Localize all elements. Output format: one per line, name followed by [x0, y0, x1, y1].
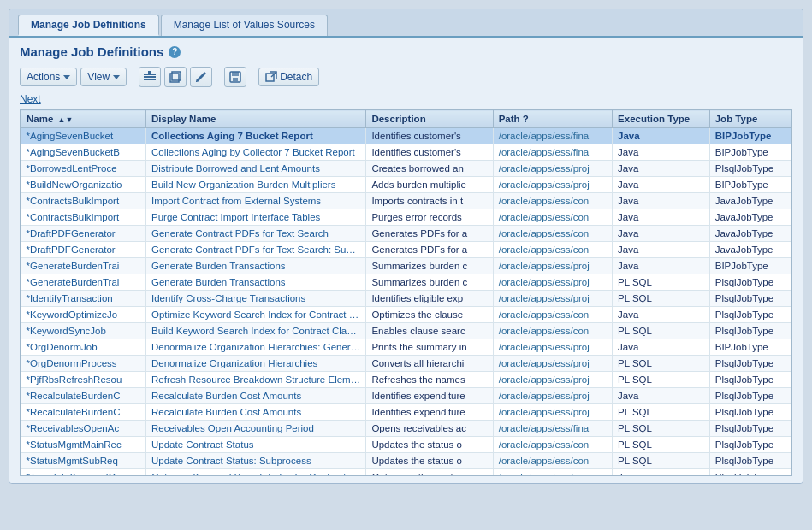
save-icon — [228, 70, 242, 84]
cell-0: *IdentifyTransaction — [21, 291, 146, 307]
cell-3: /oracle/apps/ess/con — [493, 242, 612, 258]
table-row[interactable]: *GenerateBurdenTraiGenerate Burden Trans… — [21, 258, 791, 274]
cell-3: /oracle/apps/ess/proj — [493, 339, 612, 356]
table-row[interactable]: *OrgDenormProcessDenormalize Organizatio… — [21, 356, 791, 372]
table-row[interactable]: *ReceivablesOpenAcReceivables Open Accou… — [21, 421, 791, 437]
table-row[interactable]: *KeywordSyncJobBuild Keyword Search Inde… — [21, 323, 791, 339]
table-row[interactable]: *RecalculateBurdenCRecalculate Burden Co… — [21, 388, 791, 404]
edit-button[interactable] — [190, 67, 212, 87]
cell-4: PL SQL — [613, 404, 710, 421]
table-row[interactable]: *AgingSevenBucketBCollections Aging by C… — [21, 144, 791, 161]
detach-label: Detach — [280, 71, 312, 83]
cell-0: *StatusMgmtMainRec — [21, 437, 146, 453]
cell-1: Generate Burden Transactions — [146, 258, 366, 274]
cell-0: *BorrowedLentProce — [21, 161, 146, 177]
cell-5: BIPJobType — [709, 128, 791, 144]
cell-0: *StatusMgmtSubReq — [21, 453, 146, 469]
add-row-icon — [143, 70, 157, 84]
table-row[interactable]: *StatusMgmtMainRecUpdate Contract Status… — [21, 437, 791, 453]
cell-2: Updates the status o — [366, 437, 493, 453]
col-header-execution-type[interactable]: Execution Type — [613, 110, 710, 128]
cell-2: Prints the summary in — [366, 339, 493, 356]
table-row[interactable]: *OrgDenormJobDenormalize Organization Hi… — [21, 339, 791, 356]
col-header-display-name[interactable]: Display Name — [146, 110, 366, 128]
cell-0: *OrgDenormJob — [21, 339, 146, 356]
cell-0: *DraftPDFGenerator — [21, 226, 146, 242]
cell-5: JavaJobType — [709, 209, 791, 226]
cell-4: PL SQL — [613, 323, 710, 339]
cell-0: *BuildNewOrganizatio — [21, 177, 146, 193]
tab-manage-lov-sources[interactable]: Manage List of Values Sources — [161, 15, 328, 36]
cell-1: Distribute Borrowed and Lent Amounts — [146, 161, 366, 177]
cell-3: /oracle/apps/ess/proj — [493, 274, 612, 291]
cell-2: Summarizes burden c — [366, 274, 493, 291]
cell-5: JavaJobType — [709, 193, 791, 209]
cell-4: Java — [613, 161, 710, 177]
cell-2: Identifies expenditure — [366, 388, 493, 404]
cell-0: *OrgDenormProcess — [21, 356, 146, 372]
cell-2: Identifies eligible exp — [366, 291, 493, 307]
save-button[interactable] — [224, 67, 246, 87]
table-row[interactable]: *ContractsBulkImportImport Contract from… — [21, 193, 791, 209]
col-header-path[interactable]: Path ? — [493, 110, 612, 128]
cell-4: Java — [613, 177, 710, 193]
cell-3: /oracle/apps/ess/con — [493, 209, 612, 226]
col-header-job-type[interactable]: Job Type — [709, 110, 791, 128]
cell-4: Java — [613, 388, 710, 404]
cell-2: Imports contracts in t — [366, 193, 493, 209]
table-row[interactable]: *TemplateKeywordOOptimize Keyword Search… — [21, 469, 791, 477]
page-title: Manage Job Definitions — [20, 44, 163, 59]
cell-5: PlsqlJobType — [709, 307, 791, 323]
table-row[interactable]: *PjfRbsRefreshResouRefresh Resource Brea… — [21, 372, 791, 388]
cell-4: Java — [613, 226, 710, 242]
cell-1: Collections Aging by Collector 7 Bucket … — [146, 144, 366, 161]
cell-1: Recalculate Burden Cost Amounts — [146, 404, 366, 421]
table-row[interactable]: *ContractsBulkImportPurge Contract Impor… — [21, 209, 791, 226]
cell-3: /oracle/apps/ess/con — [493, 469, 612, 477]
table-row[interactable]: *DraftPDFGeneratorGenerate Contract PDFs… — [21, 226, 791, 242]
duplicate-icon — [169, 70, 182, 84]
view-button[interactable]: View — [80, 68, 127, 86]
cell-3: /oracle/apps/ess/proj — [493, 258, 612, 274]
col-header-description[interactable]: Description — [366, 110, 493, 128]
help-icon[interactable]: ? — [169, 46, 181, 58]
cell-5: PlsqlJobType — [709, 372, 791, 388]
col-header-name[interactable]: Name ▲▼ — [21, 110, 146, 128]
table-row[interactable]: *RecalculateBurdenCRecalculate Burden Co… — [21, 404, 791, 421]
cell-5: BIPJobType — [709, 177, 791, 193]
table-row[interactable]: *AgingSevenBucketCollections Aging 7 Buc… — [21, 128, 791, 144]
cell-4: Java — [613, 307, 710, 323]
table-row[interactable]: *KeywordOptimizeJoOptimize Keyword Searc… — [21, 307, 791, 323]
add-row-button[interactable] — [139, 67, 161, 87]
cell-3: /oracle/apps/ess/fina — [493, 128, 612, 144]
table-row[interactable]: *BorrowedLentProceDistribute Borrowed an… — [21, 161, 791, 177]
duplicate-button[interactable] — [164, 67, 187, 87]
cell-1: Generate Contract PDFs for Text Search — [146, 226, 366, 242]
table-row[interactable]: *DraftPDFGeneratorGenerate Contract PDFs… — [21, 242, 791, 258]
cell-4: Java — [613, 193, 710, 209]
cell-2: Identifies expenditure — [366, 404, 493, 421]
cell-0: *KeywordOptimizeJo — [21, 307, 146, 323]
cell-2: Adds burden multiplie — [366, 177, 493, 193]
table-row[interactable]: *BuildNewOrganizatioBuild New Organizati… — [21, 177, 791, 193]
cell-2: Generates PDFs for a — [366, 226, 493, 242]
cell-2: Opens receivables ac — [366, 421, 493, 437]
cell-4: PL SQL — [613, 274, 710, 291]
actions-button[interactable]: Actions — [20, 68, 77, 86]
table-row[interactable]: *IdentifyTransactionIdentify Cross-Charg… — [21, 291, 791, 307]
cell-5: PlsqlJobType — [709, 421, 791, 437]
cell-2: Summarizes burden c — [366, 258, 493, 274]
table-row[interactable]: *GenerateBurdenTraiGenerate Burden Trans… — [21, 274, 791, 291]
cell-0: *ReceivablesOpenAc — [21, 421, 146, 437]
detach-button[interactable]: Detach — [258, 68, 319, 86]
cell-1: Collections Aging 7 Bucket Report — [146, 128, 366, 144]
tab-manage-job-defs[interactable]: Manage Job Definitions — [18, 15, 159, 36]
svg-rect-0 — [144, 74, 156, 75]
cell-5: PlsqlJobType — [709, 356, 791, 372]
table-row[interactable]: *StatusMgmtSubReqUpdate Contract Status:… — [21, 453, 791, 469]
cell-3: /oracle/apps/ess/con — [493, 193, 612, 209]
svg-rect-3 — [148, 71, 151, 74]
tabs-bar: Manage Job Definitions Manage List of Va… — [9, 9, 803, 38]
next-link[interactable]: Next — [20, 93, 41, 105]
cell-1: Receivables Open Accounting Period — [146, 421, 366, 437]
